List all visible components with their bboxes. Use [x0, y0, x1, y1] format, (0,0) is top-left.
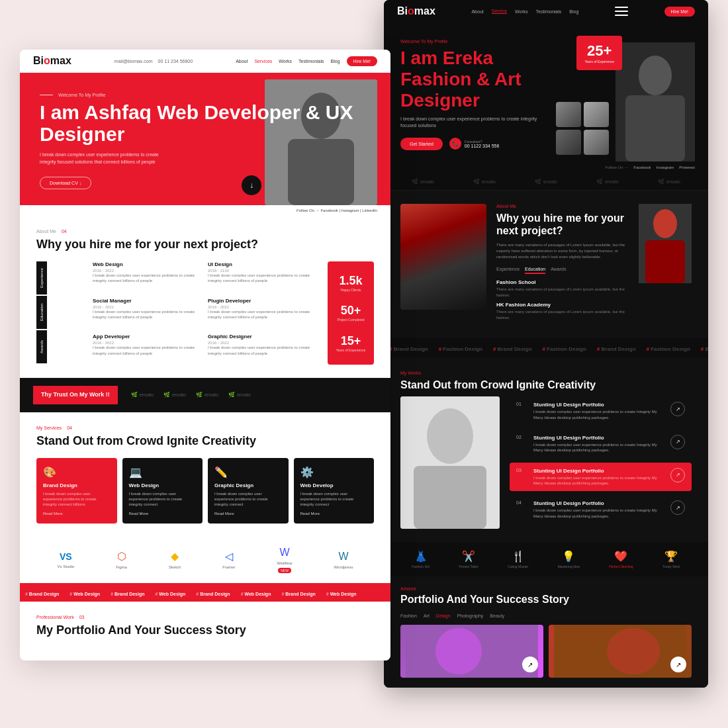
dark-nav-works[interactable]: Works	[515, 9, 528, 14]
dark-services: My Works Stand Out from Crowd Ignite Cre…	[384, 357, 708, 542]
tools-section: VS Vs Studio ⬡ Figma ◆ Sketch ◁ Framer W…	[20, 537, 390, 583]
filter-photography[interactable]: Photography	[457, 614, 484, 618]
dark-tags-inner: # Brand Design # Fashion Design # Brand …	[384, 346, 708, 352]
welcome-text: Welcome To My Profile	[40, 93, 371, 97]
vsstudio-icon: VS	[60, 551, 72, 562]
dark-portfolio-label: Artwork	[400, 586, 692, 591]
filter-art[interactable]: Art	[424, 614, 430, 618]
nav-works[interactable]: Works	[279, 59, 292, 64]
brand-readmore[interactable]: Read More	[43, 512, 111, 516]
service-arrow-2[interactable]: ↗	[670, 435, 685, 449]
portfolio-title: My Portfolio And Your Success Story	[36, 623, 374, 637]
graphic-icon: ✏️	[214, 466, 282, 478]
nav-about[interactable]: About	[236, 59, 248, 64]
dark-hero-sub: I break down complex user experience pro…	[400, 116, 546, 130]
webflow-badge: NEW	[278, 568, 291, 573]
dark-tab-experience[interactable]: Experience	[496, 267, 520, 274]
stats-column: 1.5k Happy Clients 50+ Project Completed…	[328, 261, 374, 365]
tool-sketch: ◆ Sketch	[169, 550, 181, 569]
nav-blog[interactable]: Blog	[331, 59, 340, 64]
dark-nav-service[interactable]: Service	[492, 9, 507, 14]
dark-tag-4: # Fashion Design	[537, 346, 592, 352]
dark-nav: About Service Works Testimonials Blog	[471, 9, 578, 14]
about-title: Why you hire me for your next project?	[36, 238, 374, 251]
dark-nav-blog[interactable]: Blog	[569, 9, 578, 14]
page-container: Biomax mail@biomax.com 00 11 234 56800 A…	[0, 0, 728, 728]
portfolio-img-1: ↗	[400, 625, 543, 678]
dark-service-content-1: Stunting UI Design Portfolio I break dow…	[533, 402, 664, 420]
hire-button[interactable]: Hire Me!	[347, 56, 377, 66]
dark-pinterest[interactable]: Pinterest	[679, 165, 695, 169]
portfolio-link-2[interactable]: ↗	[670, 657, 686, 672]
develop-icon: ⚙️	[300, 466, 368, 478]
develop-title: Web Develop	[300, 482, 368, 488]
dark-nav-testimonials[interactable]: Testimonials	[536, 9, 562, 14]
skill-ui-design: UI Design 2018 - 2130 I break down compl…	[208, 261, 318, 293]
envato-1: envato	[412, 179, 434, 185]
envato-4: envato	[596, 179, 619, 185]
nav-testimonials[interactable]: Testimonials	[298, 59, 324, 64]
nav-services[interactable]: Services	[254, 59, 272, 64]
svg-rect-8	[645, 240, 685, 283]
cating-label: Cating Master	[508, 565, 528, 569]
stitching-icon: ❤️	[614, 550, 627, 563]
dark-instagram[interactable]: Instagram	[657, 165, 674, 169]
dark-about-label: About Me	[496, 204, 629, 208]
service-arrow-1[interactable]: ↗	[670, 402, 685, 416]
dark-hire-button[interactable]: Hire Me!	[664, 7, 695, 17]
skill-stitching: ❤️ Perfect Stitching	[609, 550, 633, 569]
dark-tag-7: # Brand Design	[696, 346, 708, 352]
dark-tab-education[interactable]: Education	[525, 267, 545, 274]
follow-line: Follow On → Facebook | Instagram | Linke…	[20, 205, 390, 216]
dark-tag-2: # Fashion Design	[433, 346, 488, 352]
dark-call: 📞 Consultant? 00 1122 334 556	[449, 138, 500, 150]
web-readmore[interactable]: Read More	[129, 512, 197, 516]
dark-facebook[interactable]: Facebook	[633, 165, 651, 169]
trealy-label: Trealy Work	[662, 565, 680, 569]
webflow-icon: W	[280, 547, 290, 559]
tailor-label: Protect Tailor	[459, 565, 478, 569]
stitching-label: Perfect Stitching	[609, 565, 633, 569]
svg-point-15	[607, 628, 660, 674]
skill-web-design: Web Design 2016 - 2022 I break down comp…	[93, 261, 203, 293]
tab-experience[interactable]: Experience	[36, 261, 47, 295]
tailor-icon: ✂️	[462, 550, 475, 563]
graphic-readmore[interactable]: Read More	[214, 512, 282, 516]
sketch-icon: ◆	[171, 550, 179, 563]
svg-point-4	[639, 56, 672, 95]
develop-readmore[interactable]: Read More	[300, 512, 368, 516]
graphic-desc: I break down complex user experience pro…	[214, 491, 282, 508]
left-header: Biomax mail@biomax.com 00 11 234 56800 A…	[20, 50, 390, 73]
vsstudio-name: Vs Studio	[58, 565, 75, 569]
tag-8: # Web Design	[321, 592, 362, 596]
dark-service-content-4: Stunting UI Design Portfolio I break dow…	[533, 500, 664, 519]
service-arrow-4[interactable]: ↗	[670, 500, 685, 515]
skills-grid: Web Design 2016 - 2022 I break down comp…	[93, 261, 318, 365]
portfolio-link-1[interactable]: ↗	[522, 657, 538, 672]
envato-3: envato	[535, 179, 557, 185]
filter-fashion[interactable]: Fashion	[400, 614, 417, 618]
brand-logos: envato envato envato envato	[131, 392, 377, 398]
skill-trealy: 🏆 Trealy Work	[662, 550, 680, 569]
dark-tab-awards[interactable]: Awards	[551, 267, 566, 274]
menu-icon[interactable]	[615, 7, 628, 16]
svg-point-7	[653, 209, 677, 238]
email: mail@biomax.com	[114, 59, 153, 64]
envato-5: envato	[658, 179, 680, 185]
scroll-down-circle[interactable]: ↓	[242, 175, 261, 195]
filter-design[interactable]: Design	[436, 614, 451, 618]
dark-nav-about[interactable]: About	[471, 9, 483, 14]
get-started-button[interactable]: Get Started	[400, 138, 443, 150]
tag-1: # Brand Design	[20, 592, 64, 596]
services-grid: 🎨 Brand Design I break down complex user…	[36, 458, 374, 523]
mastering-label: Mastering Idea	[558, 565, 580, 569]
tab-education[interactable]: Education	[36, 296, 47, 329]
tab-awards[interactable]: Awards	[36, 330, 47, 363]
person-grid	[556, 102, 609, 155]
dark-services-image	[400, 396, 500, 529]
service-arrow-3[interactable]: ↗	[670, 468, 685, 482]
dark-about-title: Why you hire me for your next project?	[496, 212, 629, 237]
filter-beauty[interactable]: Beauty	[490, 614, 504, 618]
portfolio-img-2: ↗	[549, 625, 692, 678]
download-button[interactable]: Download CV ↓	[40, 177, 91, 189]
